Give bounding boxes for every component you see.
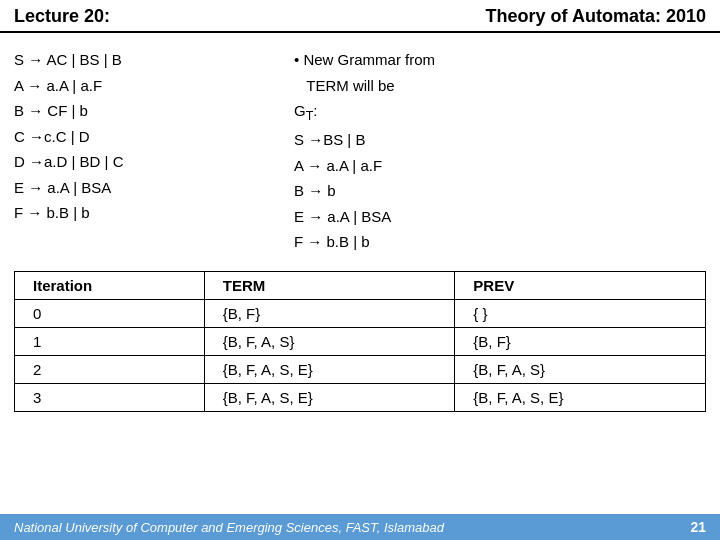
grammar-line-5: D →a.D | BD | C — [14, 149, 274, 175]
col-header-prev: PREV — [455, 271, 706, 299]
grammar-line-4: C →c.C | D — [14, 124, 274, 150]
table-row: 0{B, F}{ } — [15, 299, 706, 327]
table-cell: 0 — [15, 299, 205, 327]
table-cell: 2 — [15, 355, 205, 383]
table-cell: { } — [455, 299, 706, 327]
table-cell: {B, F, A, S} — [455, 355, 706, 383]
main-content: S → AC | BS | B A → a.A | a.F B → CF | b… — [0, 33, 720, 261]
course-title: Theory of Automata: 2010 — [486, 6, 706, 27]
iteration-table: Iteration TERM PREV 0{B, F}{ }1{B, F, A,… — [14, 271, 706, 412]
table-cell: {B, F, A, S, E} — [204, 355, 455, 383]
header: Lecture 20: Theory of Automata: 2010 — [0, 0, 720, 33]
page-number: 21 — [690, 519, 706, 535]
table-cell: {B, F, A, S} — [204, 327, 455, 355]
table-cell: {B, F, A, S, E} — [204, 383, 455, 411]
footer: National University of Computer and Emer… — [0, 514, 720, 540]
table-cell: {B, F, A, S, E} — [455, 383, 706, 411]
table-row: 2{B, F, A, S, E}{B, F, A, S} — [15, 355, 706, 383]
table-cell: {B, F} — [455, 327, 706, 355]
table-section: Iteration TERM PREV 0{B, F}{ }1{B, F, A,… — [0, 261, 720, 418]
grammar-line-3: B → CF | b — [14, 98, 274, 124]
table-row: 1{B, F, A, S}{B, F} — [15, 327, 706, 355]
grammar-line-1: S → AC | BS | B — [14, 47, 274, 73]
col-header-iteration: Iteration — [15, 271, 205, 299]
right-grammar: • New Grammar from TERM will be GT: S →B… — [284, 47, 706, 255]
table-cell: {B, F} — [204, 299, 455, 327]
grammar-line-7: F → b.B | b — [14, 200, 274, 226]
col-header-term: TERM — [204, 271, 455, 299]
new-grammar-intro: • New Grammar from TERM will be GT: S →B… — [294, 47, 706, 255]
lecture-title: Lecture 20: — [14, 6, 110, 27]
table-row: 3{B, F, A, S, E}{B, F, A, S, E} — [15, 383, 706, 411]
footer-text: National University of Computer and Emer… — [14, 520, 444, 535]
grammar-line-6: E → a.A | BSA — [14, 175, 274, 201]
left-grammar: S → AC | BS | B A → a.A | a.F B → CF | b… — [14, 47, 274, 255]
table-cell: 1 — [15, 327, 205, 355]
table-header-row: Iteration TERM PREV — [15, 271, 706, 299]
table-cell: 3 — [15, 383, 205, 411]
grammar-line-2: A → a.A | a.F — [14, 73, 274, 99]
